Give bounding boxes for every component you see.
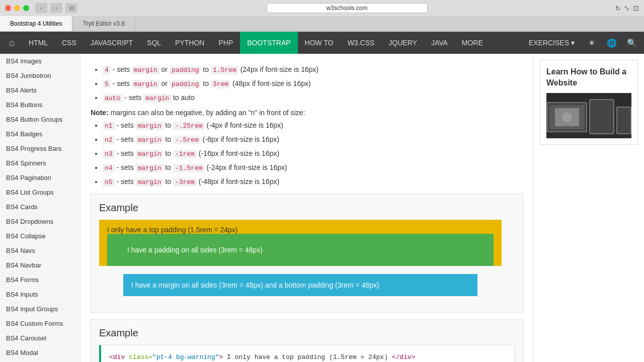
- sidebar-item-bs4badges[interactable]: BS4 Badges: [0, 127, 80, 141]
- nav-item-css[interactable]: CSS: [55, 32, 84, 54]
- sidebar-item-bs4navbar[interactable]: BS4 Navbar: [0, 258, 80, 273]
- code-4: 4: [103, 66, 111, 74]
- sidebar-item-bs4progressbars[interactable]: BS4 Progress Bars: [0, 141, 80, 156]
- demo-teal-text: I have a margin on all sides (3rem = 48p…: [131, 281, 379, 289]
- share-icon[interactable]: ⊡: [633, 4, 639, 12]
- sidebar-item-bs4jumbotron[interactable]: BS4 Jumbotron: [0, 68, 80, 83]
- code-3rem: 3rem: [211, 80, 230, 88]
- home-nav-item[interactable]: ⌂: [2, 32, 22, 54]
- address-bar[interactable]: w3schools.com: [267, 3, 428, 13]
- ad-title: Learn How to Build a Website: [546, 66, 631, 89]
- traffic-lights: [5, 5, 29, 11]
- nav-item-html[interactable]: HTML: [22, 32, 55, 54]
- sidebar-item-bs4buttongroups[interactable]: BS4 Button Groups: [0, 112, 80, 127]
- demo-area-1: I only have a top padding (1.5rem = 24px…: [99, 220, 502, 296]
- bookmark-icon[interactable]: ⤡: [624, 4, 630, 12]
- code-n1: n1: [103, 122, 115, 130]
- forward-button[interactable]: ›: [50, 3, 62, 13]
- code-margin-n5: margin: [136, 178, 164, 187]
- titlebar: ‹ › ⊡ w3schools.com ↻ ⤡ ⊡: [0, 0, 644, 16]
- nav-item-python[interactable]: PYTHON: [168, 32, 211, 54]
- sidebar-item-bs4modal[interactable]: BS4 Modal: [0, 345, 80, 360]
- sidebar-item-bs4customforms[interactable]: BS4 Custom Forms: [0, 316, 80, 331]
- code-n2: n2: [103, 136, 115, 144]
- sidebar-item-bs4navs[interactable]: BS4 Navs: [0, 243, 80, 258]
- address-bar-area: w3schools.com: [83, 3, 611, 13]
- close-button[interactable]: [5, 5, 11, 11]
- list-item-n3: n3 - sets margin to -1rem (-16px if font…: [103, 148, 523, 160]
- sidebar-item-bs4tooltip[interactable]: BS4 Tooltip: [0, 360, 80, 362]
- sidebar-item-bs4images[interactable]: BS4 Images: [0, 54, 80, 68]
- sidebar-item-bs4inputgroups[interactable]: BS4 Input Groups: [0, 302, 80, 316]
- code-margin-n4: margin: [136, 164, 164, 172]
- nav-item-java[interactable]: JAVA: [424, 32, 455, 54]
- nav-item-jquery[interactable]: JQUERY: [381, 32, 424, 54]
- nav-item-w3css[interactable]: W3.CSS: [341, 32, 382, 54]
- search-icon[interactable]: 🔍: [622, 32, 642, 54]
- example-box-2: Example <div class="pt-4 bg-warning"> I …: [91, 319, 523, 362]
- code-margin2: margin: [132, 80, 159, 88]
- sidebar-item-bs4pagination[interactable]: BS4 Pagination: [0, 170, 80, 185]
- demo-green-box: I have a padding on all sides (3rem = 48…: [107, 234, 494, 266]
- sidebar-item-bs4alerts[interactable]: BS4 Alerts: [0, 83, 80, 98]
- nav-item-php[interactable]: PHP: [211, 32, 240, 54]
- back-button[interactable]: ‹: [35, 3, 47, 13]
- list-item-n2: n2 - sets margin to -.5rem (-8px if font…: [103, 134, 523, 146]
- ad-box: Learn How to Build a Website: [540, 60, 638, 145]
- sidebar-item-bs4dropdowns[interactable]: BS4 Dropdowns: [0, 214, 80, 229]
- example-box-1: Example I only have a top padding (1.5re…: [91, 194, 523, 313]
- code-box: <div class="pt-4 bg-warning"> I only hav…: [99, 345, 515, 362]
- view-button[interactable]: ⊡: [65, 3, 77, 13]
- code-padding2: padding: [170, 80, 201, 88]
- list-item-4: 4 - sets margin or padding to 1.5rem (24…: [103, 64, 523, 76]
- top-nav-right: EXERCISES ▾ ☀ 🌐 🔍: [522, 32, 642, 54]
- minimize-button[interactable]: [14, 5, 20, 11]
- list-item-auto: auto - sets margin to auto: [103, 92, 523, 104]
- tab-bar: Bootstrap 4 Utilities Tryit Editor v3.6: [0, 16, 644, 31]
- right-panel: Learn How to Build a Website: [533, 54, 644, 362]
- nav-item-sql[interactable]: SQL: [140, 32, 168, 54]
- code-val-n5: -3rem: [173, 178, 197, 187]
- tab-tryit[interactable]: Tryit Editor v3.6: [72, 16, 135, 31]
- sidebar-item-bs4carousel[interactable]: BS4 Carousel: [0, 331, 80, 345]
- exercises-button[interactable]: EXERCISES ▾: [522, 32, 582, 54]
- language-icon[interactable]: 🌐: [602, 32, 622, 54]
- list-item-5: 5 - sets margin or padding to 3rem (48px…: [103, 78, 523, 90]
- home-icon: ⌂: [9, 38, 15, 48]
- list-item-n4: n4 - sets margin to -1.5rem (-24px if fo…: [103, 162, 523, 174]
- sidebar-item-bs4spinners[interactable]: BS4 Spinners: [0, 156, 80, 170]
- nav-item-more[interactable]: MORE: [455, 32, 490, 54]
- note-paragraph: Note: margins can also be negative, by a…: [91, 109, 523, 117]
- tab-bootstrap-utilities[interactable]: Bootstrap 4 Utilities: [0, 16, 72, 31]
- sidebar-item-bs4collapse[interactable]: BS4 Collapse: [0, 229, 80, 243]
- sidebar-item-bs4inputs[interactable]: BS4 Inputs: [0, 287, 80, 302]
- code-margin-n2: margin: [136, 136, 164, 144]
- demo-yellow-box: I only have a top padding (1.5rem = 24px…: [99, 220, 502, 266]
- demo-teal-box: I have a margin on all sides (3rem = 48p…: [123, 274, 477, 296]
- sidebar-item-bs4forms[interactable]: BS4 Forms: [0, 273, 80, 287]
- example-title-1: Example: [99, 202, 515, 214]
- nav-item-bootstrap[interactable]: BOOTSTRAP: [240, 32, 297, 54]
- nav-item-howto[interactable]: HOW TO: [298, 32, 341, 54]
- browser-chrome: ‹ › ⊡ w3schools.com ↻ ⤡ ⊡ Bootstrap 4 Ut…: [0, 0, 644, 32]
- list-item-n5: n5 - sets margin to -3rem (-48px if font…: [103, 176, 523, 188]
- code-margin-n3: margin: [136, 150, 164, 158]
- nav-item-javascript[interactable]: JAVASCRIPT: [84, 32, 140, 54]
- spacing-list-top: 4 - sets margin or padding to 1.5rem (24…: [103, 64, 523, 104]
- refresh-icon[interactable]: ↻: [615, 5, 621, 12]
- code-margin: margin: [132, 66, 159, 74]
- maximize-button[interactable]: [23, 5, 29, 11]
- sidebar-item-bs4buttons[interactable]: BS4 Buttons: [0, 98, 80, 112]
- nav-buttons: ‹ › ⊡: [35, 3, 77, 13]
- code-margin3: margin: [143, 94, 171, 103]
- sidebar-item-bs4cards[interactable]: BS4 Cards: [0, 200, 80, 214]
- code-margin-n1: margin: [136, 122, 164, 130]
- example-title-2: Example: [99, 327, 515, 339]
- ad-image[interactable]: [546, 93, 631, 138]
- demo-green-text: I have a padding on all sides (3rem = 48…: [127, 246, 263, 254]
- code-val-n1: -.25rem: [173, 122, 205, 130]
- brightness-icon[interactable]: ☀: [582, 32, 602, 54]
- negative-spacing-list: n1 - sets margin to -.25rem (-4px if fon…: [103, 120, 523, 188]
- sidebar-item-bs4listgroups[interactable]: BS4 List Groups: [0, 185, 80, 200]
- content-area: 4 - sets margin or padding to 1.5rem (24…: [80, 54, 533, 362]
